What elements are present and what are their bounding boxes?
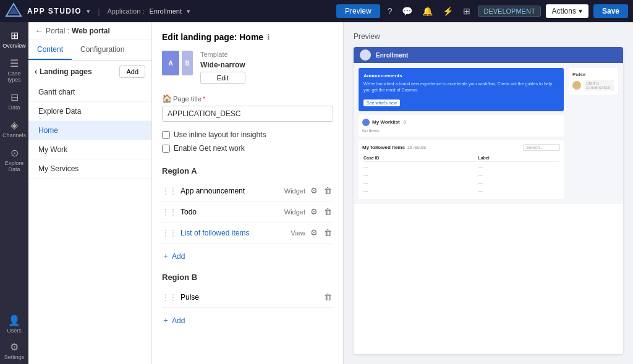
mock-side-title: Pulse <box>572 72 614 77</box>
delete-widget-icon-pulse[interactable]: 🗑 <box>323 291 333 303</box>
page-item-explore-data[interactable]: Explore Data <box>28 102 151 121</box>
icon-sidebar: ⊞ Overview ☰ Case types ⊟ Data ◈ Channel… <box>0 22 28 364</box>
mock-table-row-1: —— <box>363 163 559 170</box>
sidebar-item-overview-label: Overview <box>2 43 26 49</box>
template-thumbnail: A B <box>162 51 193 75</box>
sidebar-item-case-types[interactable]: ☰ Case types <box>0 54 28 87</box>
delete-widget-icon-list-followed[interactable]: 🗑 <box>323 227 333 239</box>
edit-template-button[interactable]: Edit <box>200 72 245 84</box>
help-icon[interactable]: ? <box>385 5 395 17</box>
chat-icon[interactable]: 💬 <box>399 5 415 17</box>
sidebar-item-channels[interactable]: ◈ Channels <box>0 116 28 142</box>
inline-layout-checkbox[interactable] <box>162 131 170 139</box>
get-next-checkbox[interactable] <box>162 145 170 153</box>
mock-side-pulse: Pulse Start a conversation <box>569 68 618 95</box>
mock-app-title: Enrollment <box>376 52 408 59</box>
users-icon: 👤 <box>8 315 20 326</box>
widget-name-todo: Todo <box>181 208 281 216</box>
drag-handle-todo[interactable]: ⋮⋮ <box>162 208 177 216</box>
template-info: Template Wide-narrow Edit <box>200 51 245 84</box>
drag-handle-list-followed[interactable]: ⋮⋮ <box>162 229 177 237</box>
sidebar-item-users-label: Users <box>7 328 22 334</box>
sidebar-item-explore-data[interactable]: ⊙ Explore Data <box>0 143 28 176</box>
region-b-header: Region B <box>162 273 333 282</box>
application-chevron-icon[interactable]: ▾ <box>187 7 190 15</box>
topbar-right: Preview ? 💬 🔔 ⚡ ⊞ DEVELOPMENT Actions ▾ … <box>336 4 628 18</box>
sidebar-item-settings[interactable]: ⚙ Settings <box>2 337 27 364</box>
add-page-button[interactable]: Add <box>119 66 145 78</box>
mock-table-row-3: —— <box>363 179 559 186</box>
settings-widget-icon-list-followed[interactable]: ⚙ <box>309 227 319 239</box>
mock-fol-count: 16 results <box>407 145 426 150</box>
topbar-separator: | <box>98 7 100 16</box>
required-marker: * <box>203 95 205 103</box>
page-sidebar: ← Portal : Web portal Content Configurat… <box>28 22 152 364</box>
case-types-icon: ☰ <box>10 57 19 69</box>
mock-fol-search[interactable]: Search... <box>523 144 560 151</box>
bolt-icon[interactable]: ⚡ <box>440 5 456 17</box>
mock-chat: Start a conversation <box>572 80 614 91</box>
actions-button[interactable]: Actions ▾ <box>546 4 588 18</box>
mock-ann-title: Announcements <box>363 73 559 78</box>
sidebar-item-overview[interactable]: ⊞ Overview <box>0 26 28 53</box>
page-item-my-work[interactable]: My Work <box>28 140 151 159</box>
widget-name-app-announcement: App announcement <box>181 187 281 195</box>
page-item-my-services[interactable]: My Services <box>28 159 151 179</box>
drag-handle-app-announcement[interactable]: ⋮⋮ <box>162 187 177 195</box>
tab-content[interactable]: Content <box>28 40 72 60</box>
mock-fol-header: My followed items 16 results Search... <box>362 144 560 151</box>
channels-icon: ◈ <box>11 119 18 131</box>
app-name: APP STUDIO <box>27 7 82 15</box>
widget-name-pulse: Pulse <box>181 293 319 302</box>
mock-table-row-4: —— <box>363 187 559 194</box>
back-pages-icon[interactable]: ‹ <box>35 67 37 76</box>
inline-layout-checkbox-row: Use inline layout for insights <box>162 130 333 139</box>
preview-button[interactable]: Preview <box>336 4 380 18</box>
overview-icon: ⊞ <box>11 30 19 41</box>
topbar-chevron-icon[interactable]: ▾ <box>87 7 90 15</box>
template-col-a: A <box>162 51 179 75</box>
widget-name-list-followed[interactable]: List of followed items <box>181 229 287 237</box>
page-item-home[interactable]: Home <box>28 121 151 140</box>
edit-page-header: Edit landing page: Home ℹ <box>162 32 333 42</box>
edit-panel: Edit landing page: Home ℹ A B Template W… <box>152 22 344 364</box>
sidebar-item-data-label: Data <box>8 104 20 111</box>
portal-label: Portal : <box>46 27 69 35</box>
mock-ann-btn[interactable]: See what's new <box>363 99 400 106</box>
delete-widget-icon-app-announcement[interactable]: 🗑 <box>323 185 333 197</box>
mock-col-label: Label <box>478 154 559 162</box>
widget-type-app-announcement: Widget <box>284 187 305 195</box>
mock-wl-empty: No items <box>362 129 560 133</box>
settings-widget-icon-todo[interactable]: ⚙ <box>309 206 319 218</box>
mock-wl-avatar <box>362 119 370 126</box>
mock-table: Case ID Label —— —— —— —— <box>362 153 560 195</box>
inline-layout-label: Use inline layout for insights <box>174 130 266 139</box>
grid-icon[interactable]: ⊞ <box>461 5 473 17</box>
tab-configuration[interactable]: Configuration <box>72 40 133 60</box>
back-icon[interactable]: ← <box>35 26 43 36</box>
add-region-a-button[interactable]: ＋ Add <box>162 248 333 264</box>
application-name: Enrollment <box>149 7 182 15</box>
sidebar-item-users[interactable]: 👤 Users <box>2 311 27 337</box>
add-region-b-plus-icon: ＋ <box>162 315 169 326</box>
drag-handle-pulse[interactable]: ⋮⋮ <box>162 293 177 302</box>
mock-chat-bubble: Start a conversation <box>584 80 614 91</box>
mock-main: Announcements We've launched a brand new… <box>359 68 564 199</box>
settings-widget-icon-app-announcement[interactable]: ⚙ <box>309 185 319 197</box>
notification-icon[interactable]: 🔔 <box>420 5 435 17</box>
data-icon: ⊟ <box>11 91 19 103</box>
page-title-input[interactable] <box>162 106 333 122</box>
page-item-gantt-chart[interactable]: Gantt chart <box>28 83 151 102</box>
mock-announcement: Announcements We've launched a brand new… <box>359 68 564 111</box>
widget-row-list-followed: ⋮⋮ List of followed items View ⚙ 🗑 <box>162 222 333 243</box>
sidebar-item-explore-label: Explore Data <box>2 160 26 172</box>
page-title-group: 🏠 Page title * <box>162 94 333 122</box>
sidebar-item-data[interactable]: ⊟ Data <box>0 88 28 114</box>
delete-widget-icon-todo[interactable]: 🗑 <box>323 206 333 218</box>
explore-data-icon: ⊙ <box>11 147 19 159</box>
sidebar-item-settings-label: Settings <box>4 354 25 360</box>
tabs-row: Content Configuration <box>28 40 151 61</box>
mock-search-placeholder: Search... <box>526 145 557 150</box>
save-button[interactable]: Save <box>593 4 628 18</box>
add-region-b-button[interactable]: ＋ Add <box>162 313 333 328</box>
